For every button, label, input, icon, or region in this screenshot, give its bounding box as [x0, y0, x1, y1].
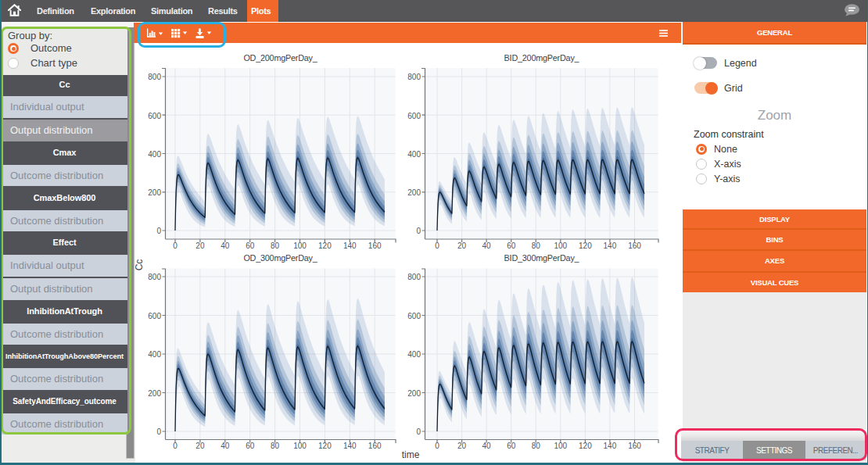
svg-text:100: 100	[554, 241, 567, 250]
svg-text:OD_300mgPerDay_: OD_300mgPerDay_	[243, 253, 317, 263]
svg-text:200: 200	[407, 188, 421, 197]
svg-text:0: 0	[156, 227, 161, 235]
svg-text:0: 0	[435, 241, 439, 250]
svg-text:time: time	[402, 449, 420, 460]
svg-text:60: 60	[246, 241, 255, 250]
svg-text:40: 40	[482, 442, 492, 450]
svg-text:0: 0	[156, 427, 161, 436]
svg-text:140: 140	[604, 241, 617, 250]
svg-text:100: 100	[293, 241, 307, 250]
svg-text:80: 80	[271, 241, 280, 250]
svg-text:600: 600	[407, 312, 421, 320]
svg-text:60: 60	[246, 442, 255, 450]
svg-text:160: 160	[628, 442, 641, 450]
svg-text:100: 100	[554, 442, 567, 450]
svg-text:140: 140	[604, 442, 617, 450]
svg-text:800: 800	[407, 273, 421, 281]
svg-text:200: 200	[148, 389, 161, 398]
svg-text:BID_300mgPerDay_: BID_300mgPerDay_	[504, 253, 580, 263]
svg-text:600: 600	[148, 312, 161, 320]
svg-text:120: 120	[318, 241, 332, 250]
svg-text:20: 20	[195, 241, 205, 250]
svg-text:BID_200mgPerDay_: BID_200mgPerDay_	[504, 53, 580, 63]
svg-text:200: 200	[148, 188, 161, 197]
svg-text:400: 400	[148, 350, 161, 359]
svg-text:0: 0	[173, 241, 178, 250]
svg-text:20: 20	[457, 241, 467, 250]
svg-text:80: 80	[271, 442, 280, 450]
svg-text:800: 800	[407, 73, 421, 81]
svg-text:160: 160	[368, 442, 382, 450]
svg-text:20: 20	[457, 442, 467, 450]
svg-text:Cc: Cc	[135, 259, 145, 271]
svg-text:40: 40	[482, 241, 492, 250]
svg-text:80: 80	[532, 241, 541, 250]
svg-text:400: 400	[407, 350, 421, 359]
svg-text:600: 600	[407, 112, 421, 120]
svg-text:120: 120	[318, 442, 332, 450]
svg-text:60: 60	[507, 442, 516, 450]
svg-text:800: 800	[148, 73, 161, 81]
svg-text:400: 400	[148, 150, 161, 159]
svg-text:0: 0	[416, 227, 421, 235]
svg-text:200: 200	[407, 389, 421, 398]
svg-text:160: 160	[368, 241, 382, 250]
svg-text:800: 800	[148, 273, 161, 281]
svg-text:80: 80	[532, 442, 541, 450]
svg-text:600: 600	[148, 112, 161, 120]
svg-text:20: 20	[195, 442, 205, 450]
svg-text:120: 120	[579, 442, 592, 450]
svg-text:100: 100	[293, 442, 307, 450]
svg-text:160: 160	[628, 241, 641, 250]
svg-text:400: 400	[407, 150, 421, 159]
svg-text:40: 40	[221, 241, 230, 250]
svg-text:40: 40	[221, 442, 230, 450]
svg-text:0: 0	[173, 442, 178, 450]
svg-text:140: 140	[343, 442, 357, 450]
svg-text:120: 120	[579, 241, 592, 250]
svg-text:0: 0	[416, 427, 421, 436]
svg-text:140: 140	[343, 241, 357, 250]
svg-text:OD_200mgPerDay_: OD_200mgPerDay_	[243, 53, 317, 63]
svg-text:0: 0	[435, 442, 439, 450]
svg-text:60: 60	[507, 241, 516, 250]
